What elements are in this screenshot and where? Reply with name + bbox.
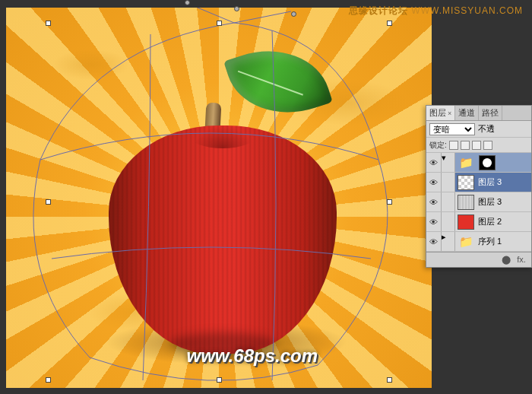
apple-body bbox=[109, 126, 337, 354]
watermark-top: 思缘设计论坛 WWW.MISSYUAN.COM bbox=[349, 5, 523, 17]
panel-tabs: 图层× 通道 路径 bbox=[426, 106, 531, 121]
lock-position-icon[interactable] bbox=[472, 141, 481, 150]
visibility-toggle-icon[interactable]: 👁 bbox=[426, 192, 442, 211]
layer-name[interactable]: 图层 3 bbox=[477, 196, 531, 208]
lock-row: 锁定: bbox=[426, 138, 531, 153]
watermark-top-url: WWW.MISSYUAN.COM bbox=[411, 5, 523, 16]
bezier-handle-l[interactable] bbox=[185, 0, 190, 5]
layer-name[interactable]: 图层 2 bbox=[477, 216, 531, 227]
blend-mode-select[interactable]: 变暗 bbox=[429, 123, 475, 135]
layer-thumb[interactable] bbox=[458, 175, 474, 190]
layer-group-sequence[interactable]: 👁 ▸ 📁 序列 1 bbox=[426, 232, 531, 252]
visibility-toggle-icon[interactable]: 👁 bbox=[426, 173, 442, 192]
opacity-label: 不透 bbox=[478, 123, 495, 135]
tab-channels[interactable]: 通道 bbox=[455, 106, 479, 120]
watermark-bottom: www.68ps.com bbox=[187, 345, 318, 367]
visibility-toggle-icon[interactable]: 👁 bbox=[426, 153, 442, 172]
layers-panel[interactable]: 图层× 通道 路径 变暗 不透 锁定: 👁 ▾ 📁 👁 图层 3 👁 图层 3 … bbox=[426, 105, 532, 268]
link-cell[interactable]: ▾ bbox=[442, 153, 455, 172]
link-cell[interactable] bbox=[442, 173, 455, 192]
lock-all-icon[interactable] bbox=[483, 141, 492, 150]
visibility-toggle-icon[interactable]: 👁 bbox=[426, 232, 442, 251]
layer-thumb[interactable] bbox=[458, 214, 474, 230]
panel-footer: ⬤ fx. bbox=[426, 252, 531, 267]
lock-pixels-icon[interactable] bbox=[461, 141, 470, 150]
fx-icon[interactable]: fx. bbox=[515, 255, 527, 265]
layer-current[interactable]: 👁 图层 3 bbox=[426, 173, 531, 192]
tab-paths[interactable]: 路径 bbox=[479, 106, 502, 120]
visibility-toggle-icon[interactable]: 👁 bbox=[426, 212, 442, 231]
link-cell[interactable] bbox=[442, 192, 455, 211]
lock-transparency-icon[interactable] bbox=[449, 141, 458, 150]
layer-thumb[interactable] bbox=[458, 195, 474, 210]
layer-group-masked[interactable]: 👁 ▾ 📁 bbox=[426, 153, 531, 173]
close-icon[interactable]: × bbox=[448, 110, 451, 117]
apple bbox=[109, 126, 337, 354]
link-cell[interactable] bbox=[442, 212, 455, 231]
layer-fill[interactable]: 👁 图层 2 bbox=[426, 212, 531, 232]
lock-label: 锁定: bbox=[429, 140, 447, 151]
layer-mask-thumb[interactable] bbox=[479, 155, 496, 170]
layer-name[interactable]: 图层 3 bbox=[477, 176, 531, 188]
watermark-top-cn: 思缘设计论坛 bbox=[349, 5, 408, 16]
folder-icon: 📁 bbox=[458, 155, 474, 170]
link-layers-icon[interactable]: ⬤ bbox=[500, 255, 512, 265]
link-cell[interactable]: ▸ bbox=[442, 232, 455, 251]
blend-mode-row: 变暗 不透 bbox=[426, 121, 531, 138]
folder-icon: 📁 bbox=[458, 234, 474, 249]
tab-layers[interactable]: 图层× bbox=[426, 106, 455, 120]
artwork: www.68ps.com bbox=[6, 8, 432, 388]
layer-texture[interactable]: 👁 图层 3 bbox=[426, 192, 531, 212]
layer-name[interactable]: 序列 1 bbox=[477, 236, 531, 247]
